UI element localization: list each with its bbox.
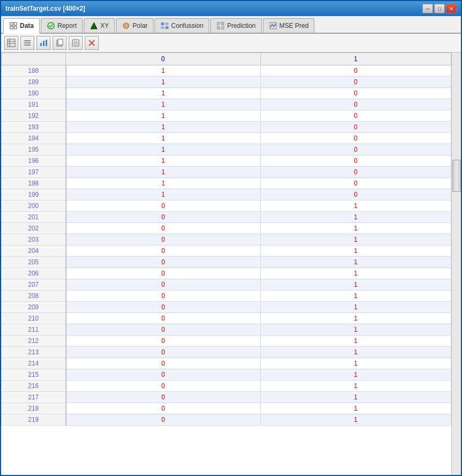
row-index: 193 — [2, 122, 66, 133]
row-index: 204 — [2, 246, 66, 257]
row-col1: 1 — [260, 234, 451, 246]
row-col1: 1 — [260, 347, 451, 358]
confussion-tab-icon — [160, 21, 169, 30]
table-row: 18810 — [2, 65, 451, 77]
row-col1: 1 — [260, 268, 451, 279]
row-col0: 0 — [66, 200, 261, 212]
row-index: 210 — [2, 313, 66, 324]
row-col1: 0 — [260, 110, 451, 122]
svg-rect-12 — [165, 26, 168, 29]
minimize-button[interactable]: ─ — [422, 4, 433, 13]
table-icon — [7, 39, 16, 47]
row-index: 197 — [2, 167, 66, 178]
scrollbar-thumb[interactable] — [452, 160, 461, 192]
row-col0: 0 — [66, 336, 261, 347]
delete-icon — [87, 39, 96, 47]
toolbar-btn-5[interactable] — [69, 36, 83, 50]
row-col0: 1 — [66, 88, 261, 99]
tab-msepred[interactable]: MSE Pred — [263, 18, 315, 33]
row-col1: 1 — [260, 324, 451, 336]
table-row: 20901 — [2, 302, 451, 313]
table-container[interactable]: 0 1 188101891019010191101921019310194101… — [1, 53, 451, 475]
toolbar-btn-2[interactable] — [20, 36, 34, 50]
table-row: 19710 — [2, 167, 451, 178]
tab-report[interactable]: Report — [41, 18, 83, 33]
toolbar-btn-3[interactable] — [36, 36, 50, 50]
row-col1: 1 — [260, 313, 451, 324]
svg-rect-3 — [14, 26, 17, 29]
tab-prediction[interactable]: Prediction — [210, 18, 261, 33]
row-index: 219 — [2, 414, 66, 426]
row-col1: 0 — [260, 189, 451, 200]
tab-xy-label: XY — [100, 22, 109, 29]
table-row: 21301 — [2, 347, 451, 358]
svg-rect-9 — [161, 23, 164, 25]
save-icon — [71, 39, 80, 47]
tab-xy[interactable]: XY — [84, 18, 115, 33]
tab-prediction-label: Prediction — [227, 22, 255, 29]
row-col0: 1 — [66, 110, 261, 122]
row-index: 198 — [2, 178, 66, 189]
tab-msepred-label: MSE Pred — [280, 22, 309, 29]
row-index: 218 — [2, 403, 66, 414]
row-index: 190 — [2, 88, 66, 99]
svg-rect-1 — [14, 23, 17, 25]
svg-rect-10 — [165, 23, 168, 25]
main-window: trainSetTarget.csv [400×2] ─ □ ✕ Data — [0, 0, 462, 476]
col-header-index — [2, 53, 66, 65]
table-row: 19810 — [2, 178, 451, 189]
data-tab-icon — [9, 21, 18, 30]
row-col1: 1 — [260, 381, 451, 392]
col-header-0[interactable]: 0 — [66, 53, 261, 65]
xy-tab-icon — [90, 21, 98, 30]
row-col1: 1 — [260, 358, 451, 369]
table-row: 21901 — [2, 414, 451, 426]
row-col0: 0 — [66, 403, 261, 414]
toolbar-btn-6[interactable] — [85, 36, 99, 50]
row-col0: 1 — [66, 144, 261, 155]
svg-rect-30 — [46, 40, 47, 46]
tab-data[interactable]: Data — [3, 18, 40, 34]
svg-point-8 — [126, 25, 127, 26]
table-row: 20601 — [2, 268, 451, 279]
svg-rect-29 — [43, 41, 45, 46]
svg-point-4 — [48, 23, 54, 29]
row-col0: 0 — [66, 392, 261, 403]
row-col1: 0 — [260, 65, 451, 77]
toolbar-btn-4[interactable] — [53, 36, 67, 50]
prediction-tab-icon — [216, 21, 225, 30]
row-index: 212 — [2, 336, 66, 347]
row-index: 201 — [2, 212, 66, 223]
row-col0: 0 — [66, 381, 261, 392]
row-index: 194 — [2, 133, 66, 144]
table-row: 18910 — [2, 77, 451, 88]
col-header-1[interactable]: 1 — [260, 53, 451, 65]
row-index: 192 — [2, 110, 66, 122]
row-col1: 1 — [260, 246, 451, 257]
table-row: 20001 — [2, 200, 451, 212]
table-row: 19310 — [2, 122, 451, 133]
row-col0: 0 — [66, 212, 261, 223]
close-button[interactable]: ✕ — [446, 4, 457, 13]
row-col1: 1 — [260, 212, 451, 223]
copy-icon — [55, 39, 64, 47]
toolbar-btn-1[interactable] — [4, 36, 18, 50]
row-col0: 0 — [66, 313, 261, 324]
table-row: 20701 — [2, 279, 451, 291]
table-row: 20201 — [2, 223, 451, 234]
tab-polar[interactable]: Polar — [116, 18, 153, 33]
tab-polar-label: Polar — [133, 22, 148, 29]
scrollbar[interactable] — [451, 53, 461, 475]
row-index: 208 — [2, 291, 66, 302]
maximize-button[interactable]: □ — [434, 4, 445, 13]
row-col1: 1 — [260, 257, 451, 268]
row-col0: 0 — [66, 358, 261, 369]
tab-data-label: Data — [20, 22, 34, 29]
table-row: 19610 — [2, 155, 451, 167]
row-index: 195 — [2, 144, 66, 155]
tab-confussion[interactable]: Confussion — [155, 18, 209, 33]
row-col0: 0 — [66, 369, 261, 381]
row-col1: 0 — [260, 99, 451, 110]
row-col0: 0 — [66, 347, 261, 358]
data-table: 0 1 188101891019010191101921019310194101… — [1, 53, 451, 426]
